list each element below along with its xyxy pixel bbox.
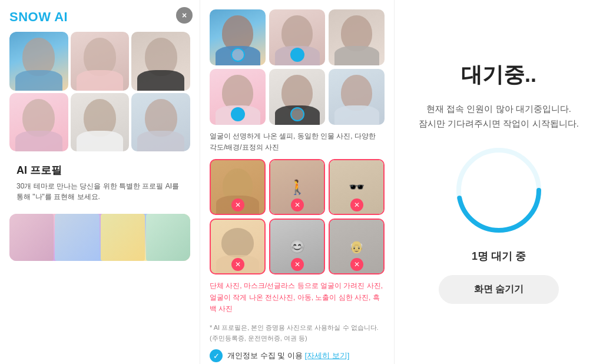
bad-photo-3: 🕶️ xyxy=(329,159,385,215)
ai-profile-description: 30개 테마로 만나는 당신을 위한 특별한 프로필 AI를 통해 "나"를 표… xyxy=(16,181,183,202)
bad-photo-5: 😊 xyxy=(269,219,325,274)
privacy-text: 개인정보 수집 및 이용 [자세히 보기] xyxy=(227,350,349,361)
waiting-desc-line2: 잠시만 기다려주시면 작업이 시작됩니다. xyxy=(419,118,579,128)
middle-panel: 얼굴이 선명하게 나온 셀피, 동일한 인물 사진, 다양한 각도/배경/표정의… xyxy=(200,0,395,364)
good-photo-5[interactable] xyxy=(269,69,325,125)
bad-photo-grid: 🚶 🕶️ 😊 👴 xyxy=(210,159,385,274)
bad-photo-6: 👴 xyxy=(329,219,385,274)
ai-profile-card: AI 프로필 30개 테마로 만나는 당신을 위한 특별한 프로필 AI를 통해… xyxy=(9,156,190,209)
preview-cell-1 xyxy=(9,214,54,261)
bad-photo-2: 🚶 xyxy=(269,159,325,215)
profile-img-1 xyxy=(9,32,68,91)
bad-guide-text: 단체 사진, 마스크/선글라스 등으로 얼굴이 가려진 사진, 얼굴이 작게 나… xyxy=(210,280,385,315)
waiting-description: 현재 접속 인원이 많아 대기중입니다. 잠시만 기다려주시면 작업이 시작됩니… xyxy=(419,101,579,131)
left-panel: SNOW AI × xyxy=(0,0,200,364)
good-photo-6[interactable] xyxy=(329,69,385,125)
profile-img-3 xyxy=(131,32,190,91)
spinner-svg xyxy=(452,143,546,237)
good-photo-2[interactable] xyxy=(269,9,325,65)
privacy-detail-link[interactable]: [자세히 보기] xyxy=(304,351,349,360)
good-guide-text: 얼굴이 선명하게 나온 셀피, 동일한 인물 사진, 다양한 각도/배경/표정의… xyxy=(210,131,385,153)
preview-cell-3 xyxy=(101,214,145,261)
preview-cell-4 xyxy=(146,214,190,261)
preview-cell-2 xyxy=(55,214,99,261)
privacy-row: ✓ 개인정보 수집 및 이용 [자세히 보기] xyxy=(210,349,385,362)
bottom-preview xyxy=(9,214,190,261)
right-panel: 대기중.. 현재 접속 인원이 많아 대기중입니다. 잠시만 기다려주시면 작업… xyxy=(395,0,603,364)
profile-photo-grid xyxy=(9,32,190,151)
good-photo-3[interactable] xyxy=(329,9,385,65)
ai-profile-title: AI 프로필 xyxy=(16,163,183,177)
profile-img-2 xyxy=(71,32,130,91)
good-photo-grid xyxy=(210,9,385,125)
close-button[interactable]: × xyxy=(176,7,193,24)
profile-img-6 xyxy=(131,93,190,152)
app-logo: SNOW AI xyxy=(9,9,190,25)
close-icon: × xyxy=(182,11,187,20)
hide-screen-button[interactable]: 화면 숨기기 xyxy=(439,275,559,304)
loading-spinner xyxy=(452,143,546,237)
bad-photo-4 xyxy=(210,219,266,274)
waiting-count: 1명 대기 중 xyxy=(472,249,526,263)
good-photo-1[interactable] xyxy=(210,9,266,65)
good-photo-4[interactable] xyxy=(210,69,266,125)
guide-note: * AI 프로필은, 본인 증명용 사진으로 사용하실 수 없습니다. (주민등… xyxy=(210,323,385,343)
profile-img-5 xyxy=(71,93,130,152)
profile-img-4 xyxy=(9,93,68,152)
waiting-title: 대기중.. xyxy=(461,61,536,90)
bad-photo-1 xyxy=(210,159,266,215)
waiting-desc-line1: 현재 접속 인원이 많아 대기중입니다. xyxy=(426,104,571,114)
privacy-check-icon[interactable]: ✓ xyxy=(210,349,223,362)
